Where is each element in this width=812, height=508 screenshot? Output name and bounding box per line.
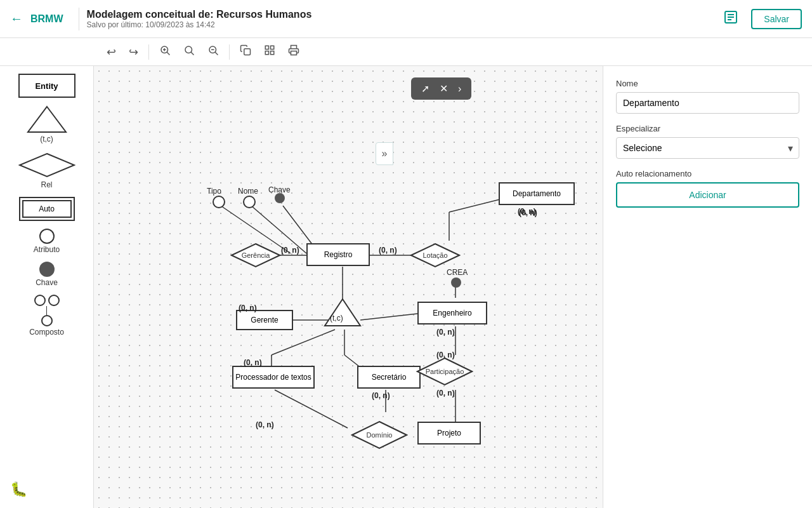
sidebar-item-entity[interactable]: Entity xyxy=(5,74,88,98)
svg-rect-15 xyxy=(291,51,297,55)
svg-marker-41 xyxy=(325,299,360,326)
doc-title: Modelagem conceitual de: Recursos Humano… xyxy=(87,9,716,20)
panel-toggle-icon: » xyxy=(382,148,388,159)
gerencia-node[interactable]: Gerência xyxy=(230,243,281,268)
canvas-area[interactable]: ➚ ✕ › Tipo Nome Chave Departamento (0, n… xyxy=(94,66,603,508)
participacao-node[interactable]: Participação xyxy=(416,357,473,386)
projeto-label: Projeto xyxy=(437,429,461,438)
print-button[interactable] xyxy=(283,41,304,63)
registro-node[interactable]: Registro xyxy=(306,243,370,266)
float-close-button[interactable]: ✕ xyxy=(435,80,453,97)
crea-node[interactable] xyxy=(451,277,461,288)
engenheiro-label: Engenheiro xyxy=(433,309,471,318)
sidebar-item-chave[interactable]: Chave xyxy=(5,262,88,287)
svg-line-2 xyxy=(167,52,170,55)
nome-attr-label: Nome xyxy=(238,187,258,196)
auto-rel-section: Auto relacionamento Adicionar xyxy=(616,169,799,208)
especializar-select[interactable]: Selecione xyxy=(616,137,799,159)
gerente-node[interactable]: Gerente xyxy=(236,310,293,330)
svg-rect-13 xyxy=(265,51,268,55)
chave-circle[interactable] xyxy=(275,193,285,203)
departamento-node[interactable]: Departamento xyxy=(499,182,575,205)
gerencia-card-right: (0, n) xyxy=(281,246,299,255)
engenheiro-node[interactable]: Engenheiro xyxy=(417,302,487,324)
save-button[interactable]: Salvar xyxy=(751,9,802,29)
registro-label: Registro xyxy=(324,250,353,259)
svg-rect-11 xyxy=(265,46,268,49)
relationship-label: Rel xyxy=(41,180,52,189)
svg-rect-14 xyxy=(271,51,274,55)
sidebar-item-specialization[interactable]: (t,c) xyxy=(5,105,88,144)
float-next-button[interactable]: › xyxy=(453,81,466,97)
copy-button[interactable] xyxy=(235,41,256,63)
tipo-label: Tipo xyxy=(207,187,221,196)
svg-text:Lotação: Lotação xyxy=(422,251,447,259)
sidebar-item-composto[interactable]: Composto xyxy=(5,295,88,337)
especializar-section: Especializar Selecione ▾ xyxy=(616,124,799,159)
sidebar-item-atributo[interactable]: Atributo xyxy=(5,229,88,254)
chave-label: Chave xyxy=(36,278,58,287)
chave-shape xyxy=(39,262,55,277)
zoom-in-button[interactable] xyxy=(154,41,176,63)
float-toolbar: ➚ ✕ › xyxy=(411,77,471,100)
specialization-node[interactable] xyxy=(324,298,362,327)
adicionar-button[interactable]: Adicionar xyxy=(616,182,799,208)
sidebar-item-auto[interactable]: Auto xyxy=(5,197,88,221)
composto-shape xyxy=(34,295,60,326)
undo-button[interactable]: ↩ xyxy=(102,41,121,63)
grid-button[interactable] xyxy=(259,41,280,63)
projeto-node[interactable]: Projeto xyxy=(417,422,481,444)
right-panel: Nome Especializar Selecione ▾ Auto relac… xyxy=(603,66,812,508)
doc-info: Modelagem conceitual de: Recursos Humano… xyxy=(87,9,716,29)
relationship-shape xyxy=(18,151,75,179)
topbar: ← BRMW Modelagem conceitual de: Recursos… xyxy=(0,0,812,38)
back-icon: ← xyxy=(10,11,23,26)
atributo-shape xyxy=(39,229,55,244)
nome-circle[interactable] xyxy=(243,196,256,208)
panel-toggle-button[interactable]: » xyxy=(376,142,393,165)
auto-rel-label: Auto relacionamento xyxy=(616,169,799,178)
svg-line-6 xyxy=(191,52,194,55)
zoom-out-button[interactable] xyxy=(202,41,224,63)
doc-saved: Salvo por último: 10/09/2023 às 14:42 xyxy=(87,20,716,29)
svg-text:Domínio: Domínio xyxy=(367,431,393,439)
participacao-card-bottom: (0, n) xyxy=(436,389,455,398)
svg-line-30 xyxy=(272,330,335,355)
specialization-label: (t,c) xyxy=(40,135,53,144)
especializar-label: Especializar xyxy=(616,124,799,133)
auto-shape: Auto xyxy=(19,197,75,221)
svg-line-24 xyxy=(449,199,500,212)
doc-icon xyxy=(723,10,738,29)
secretario-node[interactable]: Secretário xyxy=(357,366,421,389)
sidebar-item-relationship[interactable]: Rel xyxy=(5,151,88,189)
svg-rect-10 xyxy=(244,49,251,55)
gerente-label: Gerente xyxy=(251,316,278,324)
auto-label: Auto xyxy=(39,204,55,213)
tipo-circle[interactable] xyxy=(213,196,225,208)
processador-node[interactable]: Processador de textos xyxy=(232,366,315,389)
svg-marker-17 xyxy=(20,154,74,177)
app-title: BRMW xyxy=(30,13,63,25)
sidebar: Entity (t,c) Rel Auto xyxy=(0,66,94,508)
svg-marker-16 xyxy=(28,107,66,132)
svg-text:Participação: Participação xyxy=(426,368,464,375)
entity-shape: Entity xyxy=(18,74,75,98)
back-button[interactable]: ← xyxy=(10,11,23,26)
lotacao-node[interactable]: Lotação xyxy=(410,243,461,268)
dominio-node[interactable]: Domínio xyxy=(351,420,408,450)
toolbar: ↩ ↪ xyxy=(0,38,812,66)
registro-lotacao-card: (0, n) xyxy=(379,246,397,255)
departamento-card: (0, n) xyxy=(519,208,537,217)
nome-input[interactable] xyxy=(616,92,799,114)
composto-label: Composto xyxy=(29,328,64,337)
main: Entity (t,c) Rel Auto xyxy=(0,66,812,508)
debug-icon[interactable]: 🐛 xyxy=(10,481,27,498)
redo-button[interactable]: ↪ xyxy=(124,41,143,63)
nome-label: Nome xyxy=(616,79,799,88)
er-diagram-svg xyxy=(94,66,603,508)
float-expand-button[interactable]: ➚ xyxy=(416,80,435,97)
svg-point-5 xyxy=(185,46,192,53)
dominio-card-left: (0, n) xyxy=(256,420,274,429)
zoom-fit-button[interactable] xyxy=(178,41,200,63)
engenheiro-card: (0, n) xyxy=(436,328,455,337)
